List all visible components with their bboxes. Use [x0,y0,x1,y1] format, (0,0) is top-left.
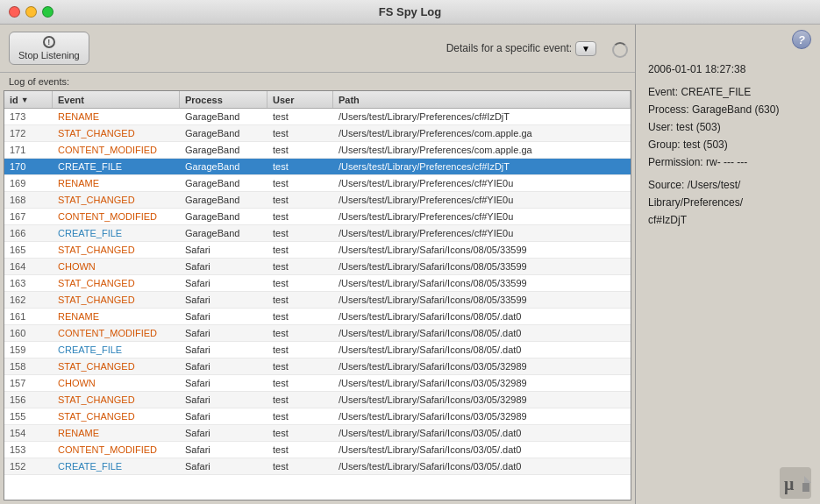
table-row[interactable]: 168STAT_CHANGEDGarageBandtest/Users/test… [4,192,631,209]
cell-user: test [267,209,333,224]
cell-event: STAT_CHANGED [53,275,180,291]
detail-timestamp: 2006-01-01 18:27:38 [648,61,808,77]
cell-id: 159 [4,342,53,358]
cell-event: STAT_CHANGED [53,408,180,424]
cell-user: test [267,175,333,191]
table-row[interactable]: 161RENAMESafaritest/Users/test/Library/S… [4,309,631,325]
table-row[interactable]: 158STAT_CHANGEDSafaritest/Users/test/Lib… [4,358,631,375]
window-title: FS Spy Log [379,5,442,18]
stop-icon: ! [43,36,55,48]
close-button[interactable] [9,6,20,18]
cell-process: Safari [180,425,267,441]
table-row[interactable]: 170CREATE_FILEGarageBandtest/Users/test/… [4,159,631,175]
right-panel: ? 2006-01-01 18:27:38 Event: CREATE_FILE… [636,25,820,504]
cell-process: GarageBand [180,142,267,158]
table-row[interactable]: 162STAT_CHANGEDSafaritest/Users/test/Lib… [4,292,631,309]
table-row[interactable]: 163STAT_CHANGEDSafaritest/Users/test/Lib… [4,275,631,292]
table-body[interactable]: 173RENAMEGarageBandtest/Users/test/Libra… [4,109,631,500]
table-row[interactable]: 152CREATE_FILESafaritest/Users/test/Libr… [4,458,631,475]
details-arrow-button[interactable]: ▼ [575,41,596,56]
table-row[interactable]: 173RENAMEGarageBandtest/Users/test/Libra… [4,109,631,125]
cell-process: Safari [180,292,267,308]
table-row[interactable]: 154RENAMESafaritest/Users/test/Library/S… [4,425,631,442]
table-header: id ▼ Event Process User Path [4,91,631,109]
table-row[interactable]: 155STAT_CHANGEDSafaritest/Users/test/Lib… [4,408,631,425]
table-row[interactable]: 153CONTENT_MODIFIEDSafaritest/Users/test… [4,442,631,458]
cell-user: test [267,325,333,341]
cell-process: Safari [180,408,267,424]
cell-path: /Users/test/Library/Safari/Icons/03/05/3… [333,392,631,408]
cell-event: STAT_CHANGED [53,292,180,308]
cell-user: test [267,309,333,324]
cell-process: Safari [180,358,267,374]
cell-path: /Users/test/Library/Preferences/cf#IzDjT [333,159,631,174]
minimize-button[interactable] [25,6,37,18]
th-path[interactable]: Path [333,91,631,108]
cell-process: GarageBand [180,225,267,241]
cell-process: Safari [180,309,267,324]
cell-path: /Users/test/Library/Safari/Icons/08/05/3… [333,242,631,258]
table-row[interactable]: 171CONTENT_MODIFIEDGarageBandtest/Users/… [4,142,631,159]
cell-id: 157 [4,375,53,391]
cell-process: GarageBand [180,209,267,224]
cell-user: test [267,242,333,258]
cell-event: CONTENT_MODIFIED [53,442,180,458]
cell-id: 164 [4,259,53,274]
cell-user: test [267,159,333,174]
sort-arrow-id: ▼ [21,96,29,104]
cell-event: CREATE_FILE [53,458,180,474]
cell-id: 167 [4,209,53,224]
cell-user: test [267,375,333,391]
cell-id: 168 [4,192,53,208]
cell-path: /Users/test/Library/Safari/Icons/08/05/.… [333,325,631,341]
window-controls [9,6,53,18]
cell-user: test [267,425,333,441]
table-row[interactable]: 156STAT_CHANGEDSafaritest/Users/test/Lib… [4,392,631,408]
table-row[interactable]: 165STAT_CHANGEDSafaritest/Users/test/Lib… [4,242,631,259]
cell-event: RENAME [53,425,180,441]
cell-path: /Users/test/Library/Preferences/com.appl… [333,125,631,141]
maximize-button[interactable] [42,6,53,18]
table-row[interactable]: 172STAT_CHANGEDGarageBandtest/Users/test… [4,125,631,142]
detail-source-path2: cf#IzDjT [648,212,808,228]
cell-event: CREATE_FILE [53,159,180,174]
left-panel: ! Stop Listening Details for a specific … [0,25,636,504]
th-event[interactable]: Event [53,91,180,108]
cell-event: CHOWN [53,375,180,391]
cell-path: /Users/test/Library/Safari/Icons/03/05/.… [333,442,631,458]
cell-event: CHOWN [53,259,180,274]
table-row[interactable]: 159CREATE_FILESafaritest/Users/test/Libr… [4,342,631,358]
cell-path: /Users/test/Library/Safari/Icons/03/05/.… [333,458,631,474]
cell-id: 162 [4,292,53,308]
table-row[interactable]: 167CONTENT_MODIFIEDGarageBandtest/Users/… [4,209,631,225]
table-row[interactable]: 164CHOWNSafaritest/Users/test/Library/Sa… [4,259,631,275]
cell-process: Safari [180,392,267,408]
cell-user: test [267,392,333,408]
cell-process: Safari [180,259,267,274]
cell-process: Safari [180,275,267,291]
table-row[interactable]: 157CHOWNSafaritest/Users/test/Library/Sa… [4,375,631,392]
th-process[interactable]: Process [180,91,267,108]
detail-event: Event: CREATE_FILE [648,84,808,100]
th-id[interactable]: id ▼ [4,91,53,108]
cell-path: /Users/test/Library/Safari/Icons/08/05/.… [333,309,631,324]
table-row[interactable]: 169RENAMEGarageBandtest/Users/test/Libra… [4,175,631,192]
table-row[interactable]: 166CREATE_FILEGarageBandtest/Users/test/… [4,225,631,242]
cell-event: CREATE_FILE [53,342,180,358]
help-button[interactable]: ? [792,30,811,49]
cell-id: 152 [4,458,53,474]
cell-id: 161 [4,309,53,324]
cell-user: test [267,458,333,474]
cell-user: test [267,125,333,141]
details-dropdown: Details for a specific event: ▼ [446,41,596,56]
mucommander-logo: μ [780,467,811,499]
stop-listening-button[interactable]: ! Stop Listening [9,32,89,65]
table-row[interactable]: 160CONTENT_MODIFIEDSafaritest/Users/test… [4,325,631,342]
cell-id: 156 [4,392,53,408]
cell-event: RENAME [53,175,180,191]
cell-path: /Users/test/Library/Preferences/cf#YIE0u [333,175,631,191]
cell-event: CREATE_FILE [53,225,180,241]
cell-id: 171 [4,142,53,158]
th-user[interactable]: User [267,91,333,108]
spinner [610,40,626,56]
